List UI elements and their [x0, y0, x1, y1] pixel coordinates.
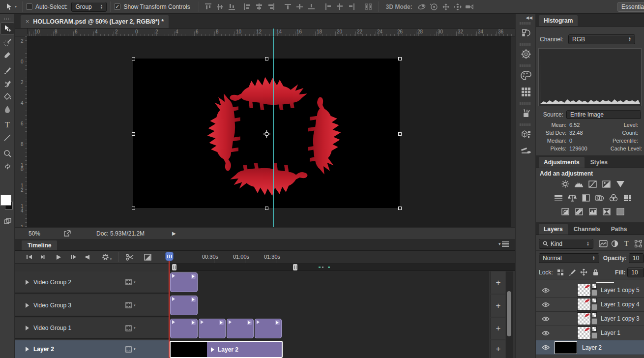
work-area-bar[interactable]: [170, 264, 515, 271]
channel-mixer-icon[interactable]: [609, 194, 618, 202]
disclosure-triangle-icon[interactable]: [26, 326, 29, 330]
work-area-end-handle[interactable]: [293, 264, 297, 270]
distribute-widths-icon[interactable]: [363, 1, 375, 12]
layer-row[interactable]: Layer 1 copy 5: [536, 283, 644, 298]
scrollbar-thumb[interactable]: [507, 291, 511, 336]
distribute-horizontal-centers-icon[interactable]: [334, 1, 346, 12]
clip-video-group-1-c[interactable]: [227, 319, 254, 338]
layer-thumbnail[interactable]: [555, 341, 577, 354]
track-filter-film-icon[interactable]: ▾: [125, 325, 136, 331]
layer-row[interactable]: Layer 1 copy 4: [536, 298, 644, 312]
track-filter-film-icon[interactable]: ▾: [125, 279, 136, 285]
move-tool[interactable]: [0, 22, 14, 35]
black-white-icon[interactable]: [581, 194, 590, 202]
vertical-guide[interactable]: [273, 36, 274, 227]
disclosure-triangle-icon[interactable]: [26, 303, 29, 308]
color-lookup-icon[interactable]: [622, 194, 632, 202]
color-balance-icon[interactable]: [567, 194, 577, 202]
auto-select-checkbox[interactable]: [26, 3, 32, 10]
horizontal-ruler[interactable]: 108642024681012141618202224262830323436: [28, 29, 515, 36]
add-media-button[interactable]: +: [491, 295, 505, 317]
3d-roll-icon[interactable]: [428, 1, 440, 12]
selective-color-icon[interactable]: [615, 208, 625, 215]
curves-icon[interactable]: [588, 180, 597, 188]
first-frame-button[interactable]: [22, 252, 36, 263]
adjustments-tab[interactable]: Adjustments: [539, 157, 585, 168]
align-left-edges-icon[interactable]: [242, 1, 254, 12]
3d-panel-icon[interactable]: [516, 126, 536, 143]
close-tab-icon[interactable]: ×: [26, 18, 29, 25]
brush-tool[interactable]: [0, 64, 15, 77]
filter-kind-dropdown[interactable]: Kind▲▼: [539, 239, 593, 249]
transform-handle-e[interactable]: [398, 132, 402, 136]
layer-thumbnail[interactable]: [577, 312, 597, 325]
paths-tab[interactable]: Paths: [606, 224, 632, 235]
vertical-ruler[interactable]: 20246810121416: [20, 36, 28, 227]
disclosure-triangle-icon[interactable]: [26, 347, 29, 352]
filter-type-layers-icon[interactable]: T: [621, 239, 633, 249]
blur-tool[interactable]: [0, 103, 15, 116]
visibility-eye-icon[interactable]: [542, 330, 550, 336]
foreground-color-swatch[interactable]: [0, 195, 11, 206]
layer-row[interactable]: Layer 1: [536, 326, 644, 340]
clip-video-group-1-d[interactable]: [255, 319, 282, 338]
track-video-group-3[interactable]: Video Group 3 ▾: [15, 295, 170, 317]
3d-slide-icon[interactable]: [452, 1, 464, 12]
opacity-value-box[interactable]: 10: [629, 253, 644, 263]
tool-preset-caret[interactable]: ▾: [15, 4, 17, 9]
transition-button[interactable]: [140, 252, 155, 263]
posterize-icon[interactable]: [574, 208, 584, 215]
brightness-contrast-icon[interactable]: [560, 180, 570, 188]
align-bottom-edges-icon[interactable]: [226, 1, 238, 12]
add-media-button[interactable]: +: [491, 318, 505, 339]
timeline-scrollbar[interactable]: [506, 271, 513, 358]
time-ruler[interactable]: 00:30s 01:00s 01:30s: [170, 251, 515, 264]
blend-mode-dropdown[interactable]: Normal▲▼: [539, 253, 599, 263]
play-button[interactable]: [51, 252, 66, 263]
status-options-arrow-icon[interactable]: ▶: [172, 231, 176, 236]
channels-tab[interactable]: Channels: [569, 224, 605, 235]
eyedropper-tool[interactable]: [0, 49, 15, 61]
layer-row-selected[interactable]: Layer 2: [536, 340, 644, 355]
clip-menu-icon[interactable]: [247, 320, 252, 325]
distribute-bottom-edges-icon[interactable]: [306, 1, 318, 12]
gradient-map-icon[interactable]: [602, 208, 611, 215]
transform-handle-nw[interactable]: [132, 57, 135, 60]
tool-presets-panel-icon[interactable]: [516, 105, 536, 121]
visibility-eye-icon[interactable]: [542, 288, 550, 293]
distribute-vertical-centers-icon[interactable]: [294, 1, 306, 12]
playhead-line[interactable]: [169, 261, 170, 358]
align-horizontal-centers-icon[interactable]: [254, 1, 265, 12]
distribute-left-edges-icon[interactable]: [322, 1, 334, 12]
type-tool[interactable]: T: [0, 119, 15, 131]
zoom-tool[interactable]: [0, 147, 15, 160]
3d-rotate-icon[interactable]: [416, 1, 428, 12]
vibrance-icon[interactable]: [615, 180, 625, 188]
hue-saturation-icon[interactable]: [554, 194, 563, 202]
filter-shape-layers-icon[interactable]: [632, 239, 644, 249]
styles-tab[interactable]: Styles: [585, 157, 613, 168]
layers-tab[interactable]: Layers: [539, 224, 568, 235]
levels-icon[interactable]: [574, 180, 584, 188]
transform-handle-n[interactable]: [265, 57, 268, 60]
timeline-tab[interactable]: Timeline: [22, 240, 57, 250]
zoom-level[interactable]: 50%: [29, 230, 40, 237]
clip-video-group-2[interactable]: [170, 272, 198, 292]
layer-thumbnail[interactable]: [577, 298, 597, 311]
collapse-dock-icon[interactable]: ◀◀: [516, 14, 535, 20]
3d-camera-icon[interactable]: [464, 1, 475, 12]
transform-handle-w[interactable]: [132, 132, 135, 136]
track-filter-film-icon[interactable]: ▾: [125, 346, 136, 353]
history-brush-tool[interactable]: [0, 77, 15, 90]
ruler-corner[interactable]: [15, 29, 28, 36]
color-table-panel-icon[interactable]: [516, 84, 536, 100]
clip-menu-icon[interactable]: [191, 297, 196, 302]
swatches-panel-icon[interactable]: [516, 67, 536, 84]
lock-position-icon[interactable]: [578, 267, 590, 278]
swap-colors-icon[interactable]: [0, 160, 15, 173]
next-frame-button[interactable]: [66, 252, 81, 263]
move-tool-preset-icon[interactable]: [3, 1, 15, 12]
clip-menu-icon[interactable]: [191, 274, 196, 279]
doc-size-info[interactable]: Doc: 5.93M/21.2M: [96, 230, 145, 237]
clip-layer-2[interactable]: Layer 2: [170, 341, 283, 358]
